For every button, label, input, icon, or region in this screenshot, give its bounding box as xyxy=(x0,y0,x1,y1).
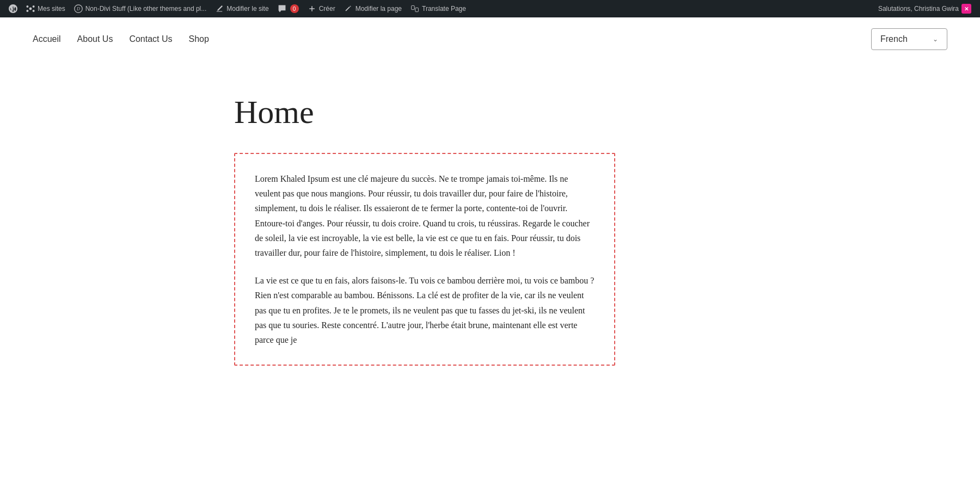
translate-icon xyxy=(411,4,419,13)
mes-sites-label: Mes sites xyxy=(38,5,65,13)
sites-icon xyxy=(26,4,35,13)
x-icon: ✕ xyxy=(961,4,971,14)
nav-accueil[interactable]: Accueil xyxy=(33,34,61,44)
svg-point-1 xyxy=(26,5,28,8)
nav-shop[interactable]: Shop xyxy=(189,34,209,44)
pencil-icon xyxy=(344,4,353,13)
admin-bar: Mes sites D Non-Divi Stuff (Like other t… xyxy=(0,0,980,17)
translate-label: Translate Page xyxy=(422,5,466,13)
svg-point-0 xyxy=(29,8,32,10)
comment-icon xyxy=(278,4,286,13)
page-title: Home xyxy=(234,94,947,131)
creer-label: Créer xyxy=(319,5,335,13)
admin-bar-translate[interactable]: Translate Page xyxy=(406,0,470,17)
admin-bar-wp-logo[interactable] xyxy=(4,0,22,17)
chevron-down-icon: ⌄ xyxy=(933,35,938,43)
edit-site-icon xyxy=(215,4,224,13)
divi-icon: D xyxy=(74,4,83,13)
nav-contact-us[interactable]: Contact Us xyxy=(129,34,172,44)
nav-about-us[interactable]: About Us xyxy=(77,34,113,44)
comment-count: 0 xyxy=(290,4,299,13)
svg-point-2 xyxy=(33,5,35,8)
language-selected: French xyxy=(880,34,908,44)
admin-bar-right: Salutations, Christina Gwira ✕ xyxy=(874,4,976,14)
content-paragraph-2: La vie est ce que tu en fais, alors fais… xyxy=(255,273,595,347)
divi-label: Non-Divi Stuff (Like other themes and pl… xyxy=(85,5,207,13)
site-header: Accueil About Us Contact Us Shop French … xyxy=(0,17,980,61)
modifier-site-label: Modifier le site xyxy=(226,5,268,13)
main-content: Home Lorem Khaled Ipsum est une clé maje… xyxy=(0,61,980,387)
greeting-text: Salutations, Christina Gwira xyxy=(878,5,959,13)
admin-bar-creer[interactable]: Créer xyxy=(303,0,340,17)
svg-point-3 xyxy=(26,10,28,12)
language-selector[interactable]: French ⌄ xyxy=(871,28,947,50)
admin-bar-divi[interactable]: D Non-Divi Stuff (Like other themes and … xyxy=(70,0,211,17)
wordpress-icon xyxy=(9,4,17,13)
content-paragraph-1: Lorem Khaled Ipsum est une clé majeure d… xyxy=(255,171,595,260)
content-box: Lorem Khaled Ipsum est une clé majeure d… xyxy=(234,153,615,366)
modifier-page-label: Modifier la page xyxy=(356,5,402,13)
svg-rect-7 xyxy=(412,5,415,9)
admin-bar-comments[interactable]: 0 xyxy=(273,0,303,17)
plus-icon xyxy=(308,4,316,13)
admin-bar-modifier-site[interactable]: Modifier le site xyxy=(211,0,273,17)
admin-bar-modifier-page[interactable]: Modifier la page xyxy=(340,0,406,17)
main-nav: Accueil About Us Contact Us Shop xyxy=(33,34,209,44)
svg-text:D: D xyxy=(76,7,80,11)
site-wrapper: Accueil About Us Contact Us Shop French … xyxy=(0,17,980,387)
svg-point-4 xyxy=(33,10,35,12)
svg-rect-8 xyxy=(415,8,419,11)
admin-bar-mes-sites[interactable]: Mes sites xyxy=(22,0,70,17)
admin-greeting: Salutations, Christina Gwira ✕ xyxy=(874,4,976,14)
